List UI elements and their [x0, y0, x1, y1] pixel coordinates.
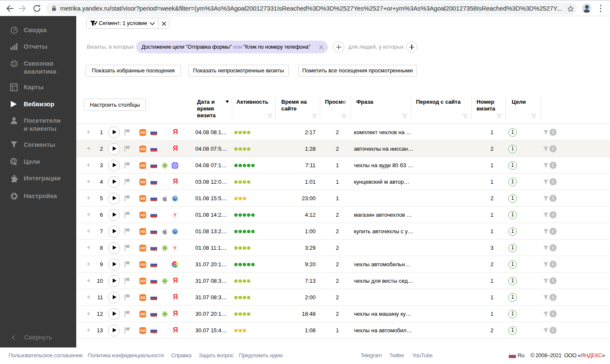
svg-text:Y: Y [173, 212, 176, 217]
svg-text:Y: Y [173, 245, 176, 250]
